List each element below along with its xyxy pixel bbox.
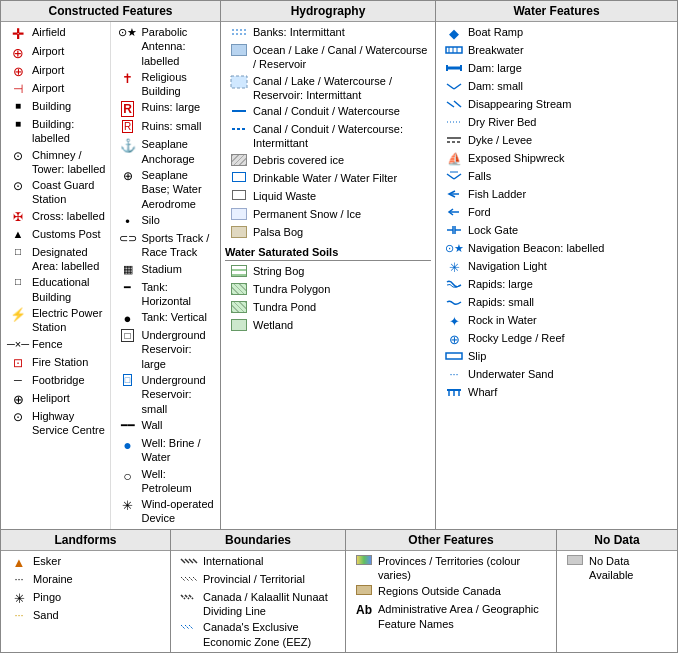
no-data-header: No Data: [557, 530, 677, 551]
tundra-pond-icon: [225, 300, 253, 313]
list-item: ··· Underwater Sand: [440, 366, 673, 384]
list-item: ⊙★ Parabolic Antenna: labelled: [114, 24, 218, 69]
airport3-label: Airport: [32, 81, 107, 95]
rock-water-label: Rock in Water: [468, 313, 673, 327]
svg-line-12: [447, 84, 454, 89]
chimney-icon: ⊙: [4, 148, 32, 163]
dry-river-icon: [440, 115, 468, 128]
seaplane-base-label: Seaplane Base; Water Aerodrome: [142, 168, 218, 211]
list-item: ⊕ Heliport: [4, 390, 107, 408]
list-item: Debris covered ice: [225, 152, 431, 170]
list-item: ⊙ Highway Service Centre: [4, 408, 107, 439]
ruins-large-icon: R: [114, 100, 142, 117]
stadium-label: Stadium: [142, 262, 218, 276]
wetland-icon: [225, 318, 253, 331]
no-data-icon: [561, 554, 589, 565]
other-header: Other Features: [346, 530, 556, 551]
landforms-section: Landforms ▲ Esker ··· Moraine ✳ Pingo ··…: [1, 530, 171, 652]
list-item: Lock Gate: [440, 222, 673, 240]
list-item: ■ Building: [4, 98, 107, 116]
list-item: Permanent Snow / Ice: [225, 206, 431, 224]
canada-kalaallit-label: Canada / Kalaallit Nunaat Dividing Line: [203, 590, 341, 619]
falls-icon: [440, 169, 468, 182]
sand-icon: ···: [5, 608, 33, 621]
fence-label: Fence: [32, 337, 107, 351]
list-item: ⊕ Airport: [4, 62, 107, 80]
constructed-header: Constructed Features: [1, 1, 220, 22]
list-item: ─×─ Fence: [4, 336, 107, 354]
shipwreck-label: Exposed Shipwreck: [468, 151, 673, 165]
parabolic-icon: ⊙★: [114, 25, 142, 39]
disappearing-stream-label: Disappearing Stream: [468, 97, 673, 111]
list-item: ⛵ Exposed Shipwreck: [440, 150, 673, 168]
svg-line-19: [447, 174, 454, 179]
wharf-label: Wharf: [468, 385, 673, 399]
bottom-row: Landforms ▲ Esker ··· Moraine ✳ Pingo ··…: [1, 529, 677, 652]
boundaries-content: International Provincial / Territorial C…: [171, 551, 345, 652]
list-item: Wetland: [225, 317, 431, 335]
svg-line-45: [185, 625, 189, 629]
list-item: International: [175, 553, 341, 571]
drinkable-label: Drinkable Water / Water Filter: [253, 171, 431, 185]
highway-label: Highway Service Centre: [32, 409, 107, 438]
list-item: ─ Footbridge: [4, 372, 107, 390]
ruins-large-label: Ruins: large: [142, 100, 218, 114]
list-item: Dry River Bed: [440, 114, 673, 132]
hydrography-header: Hydrography: [221, 1, 435, 22]
fish-ladder-icon: [440, 187, 468, 200]
disappearing-stream-icon: [440, 97, 468, 110]
rocky-ledge-label: Rocky Ledge / Reef: [468, 331, 673, 345]
designated-icon: □: [4, 245, 32, 257]
airport1-icon: ⊕: [4, 44, 32, 61]
landforms-content: ▲ Esker ··· Moraine ✳ Pingo ··· Sand: [1, 551, 170, 627]
footbridge-label: Footbridge: [32, 373, 107, 387]
svg-line-33: [181, 559, 185, 563]
dam-large-label: Dam: large: [468, 61, 673, 75]
list-item: ⊣ Airport: [4, 80, 107, 98]
sports-icon: ⊂⊃: [114, 231, 142, 245]
admin-area-label: Administrative Area / Geographic Feature…: [378, 602, 552, 631]
wharf-icon: [440, 385, 468, 398]
other-features-section: Other Features Provinces / Territories (…: [346, 530, 557, 652]
eez-icon: [175, 620, 203, 633]
canal-intermittant-label: Canal / Lake / Watercourse / Reservoir: …: [253, 74, 431, 103]
list-item: ✳ Pingo: [5, 589, 166, 607]
ug-large-icon: □: [114, 328, 142, 342]
no-data-content: No Data Available: [557, 551, 677, 586]
educational-label: Educational Building: [32, 275, 107, 304]
list-item: ✳ Navigation Light: [440, 258, 673, 276]
rapids-large-icon: [440, 277, 468, 290]
snow-label: Permanent Snow / Ice: [253, 207, 431, 221]
building-label: Building: [32, 99, 107, 113]
airfield-icon: ✛: [4, 25, 32, 42]
underwater-sand-label: Underwater Sand: [468, 367, 673, 381]
rapids-small-label: Rapids: small: [468, 295, 673, 309]
list-item: □ Underground Reservoir: small: [114, 372, 218, 417]
string-bog-label: String Bog: [253, 264, 431, 278]
heliport-icon: ⊕: [4, 391, 32, 407]
svg-line-36: [193, 559, 197, 563]
tank-horiz-label: Tank: Horizontal: [142, 280, 218, 309]
wall-icon: ━━: [114, 418, 142, 432]
list-item: Rapids: small: [440, 294, 673, 312]
airport3-icon: ⊣: [4, 81, 32, 96]
ocean-icon: [225, 43, 253, 56]
no-data-section: No Data No Data Available: [557, 530, 677, 652]
list-item: ⊡ Fire Station: [4, 354, 107, 372]
list-item: String Bog: [225, 263, 431, 281]
canal-conduit-int-label: Canal / Conduit / Watercourse: Intermitt…: [253, 122, 431, 151]
svg-line-46: [189, 625, 193, 629]
liquid-waste-icon: [225, 189, 253, 200]
svg-line-35: [189, 559, 193, 563]
ug-small-label: Underground Reservoir: small: [142, 373, 218, 416]
pingo-label: Pingo: [33, 590, 166, 604]
svg-rect-5: [446, 47, 462, 53]
list-item: ✝ Religious Building: [114, 69, 218, 100]
tundra-polygon-icon: [225, 282, 253, 295]
list-item: ✠ Cross: labelled: [4, 208, 107, 226]
seaplane-anch-icon: ⚓: [114, 137, 142, 153]
list-item: Regions Outside Canada: [350, 583, 552, 601]
wall-label: Wall: [142, 418, 218, 432]
list-item: R Ruins: small: [114, 118, 218, 136]
coast-guard-icon: ⊙: [4, 178, 32, 193]
